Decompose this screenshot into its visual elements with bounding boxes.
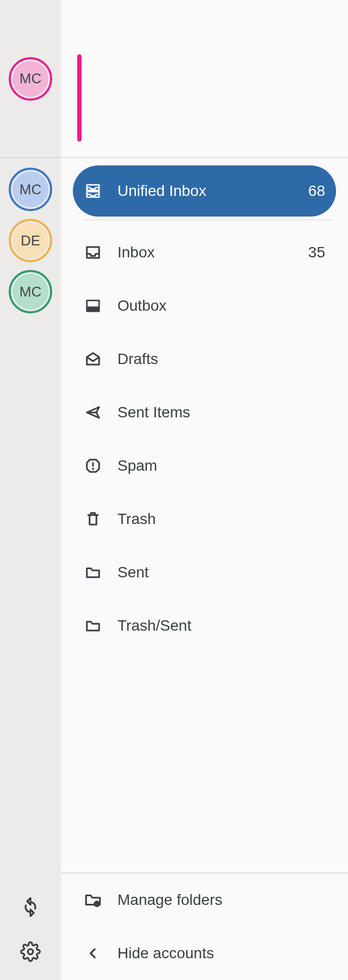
account-color-indicator: [77, 54, 82, 141]
email-drawer: MC MC DE MC: [0, 0, 348, 980]
folder-unified-inbox[interactable]: Unified Inbox 68: [73, 165, 336, 217]
folder-icon: [85, 618, 101, 634]
action-label: Manage folders: [117, 891, 222, 909]
account-avatar[interactable]: MC: [9, 168, 52, 211]
manage-folders-button[interactable]: Manage folders: [73, 873, 336, 927]
folder-list: Unified Inbox 68 Inbox 35 Outbox Drafts …: [61, 158, 348, 873]
folder-panel: Unified Inbox 68 Inbox 35 Outbox Drafts …: [61, 0, 348, 980]
account-list: MC DE MC: [9, 158, 52, 861]
spam-icon: [85, 458, 101, 474]
folder-label: Spam: [117, 457, 325, 474]
gear-icon: [20, 941, 41, 962]
folder-label: Unified Inbox: [117, 182, 308, 200]
folder-label: Sent Items: [117, 404, 325, 421]
folder-count: 35: [308, 244, 325, 261]
avatar-initials: MC: [20, 283, 41, 300]
chevron-left-icon: [86, 946, 100, 960]
send-icon: [85, 404, 101, 421]
account-rail: MC MC DE MC: [0, 0, 61, 980]
folder-label: Trash: [117, 510, 325, 528]
folder-label: Inbox: [117, 244, 308, 261]
outbox-icon: [85, 298, 101, 314]
settings-button[interactable]: [20, 941, 41, 963]
svg-point-9: [96, 903, 98, 905]
folder-sent[interactable]: Sent: [73, 546, 336, 599]
folder-count: 68: [308, 182, 325, 200]
header-area: [61, 0, 348, 158]
folder-spam[interactable]: Spam: [73, 439, 336, 492]
divider: [84, 220, 333, 220]
folder-icon: [85, 564, 101, 581]
avatar-initials: MC: [20, 181, 41, 198]
folder-drafts[interactable]: Drafts: [73, 332, 336, 386]
folder-sent-items[interactable]: Sent Items: [73, 386, 336, 439]
sync-icon: [21, 897, 40, 917]
active-account-area: MC: [0, 0, 61, 158]
folder-label: Trash/Sent: [117, 617, 325, 634]
panel-actions: Manage folders Hide accounts: [61, 873, 348, 980]
folder-inbox[interactable]: Inbox 35: [73, 226, 336, 279]
folder-label: Drafts: [117, 350, 325, 368]
trash-icon: [85, 511, 101, 527]
hide-accounts-button[interactable]: Hide accounts: [73, 927, 336, 980]
avatar-initials: MC: [20, 70, 41, 87]
folder-label: Outbox: [117, 297, 325, 315]
account-avatar[interactable]: MC: [9, 270, 52, 313]
stacked-inbox-icon: [85, 183, 101, 199]
svg-point-7: [92, 469, 93, 469]
inbox-icon: [85, 244, 101, 261]
folder-trash[interactable]: Trash: [73, 492, 336, 546]
drafts-icon: [85, 351, 101, 367]
folder-label: Sent: [117, 564, 325, 581]
action-label: Hide accounts: [117, 945, 214, 962]
account-avatar[interactable]: DE: [9, 219, 52, 262]
folder-trash-sent[interactable]: Trash/Sent: [73, 599, 336, 652]
account-avatar-active[interactable]: MC: [9, 57, 52, 101]
svg-point-0: [28, 949, 33, 954]
sync-button[interactable]: [20, 896, 41, 918]
folder-outbox[interactable]: Outbox: [73, 279, 336, 332]
folder-settings-icon: [84, 891, 102, 909]
avatar-initials: DE: [21, 232, 40, 249]
rail-actions: [20, 861, 41, 980]
